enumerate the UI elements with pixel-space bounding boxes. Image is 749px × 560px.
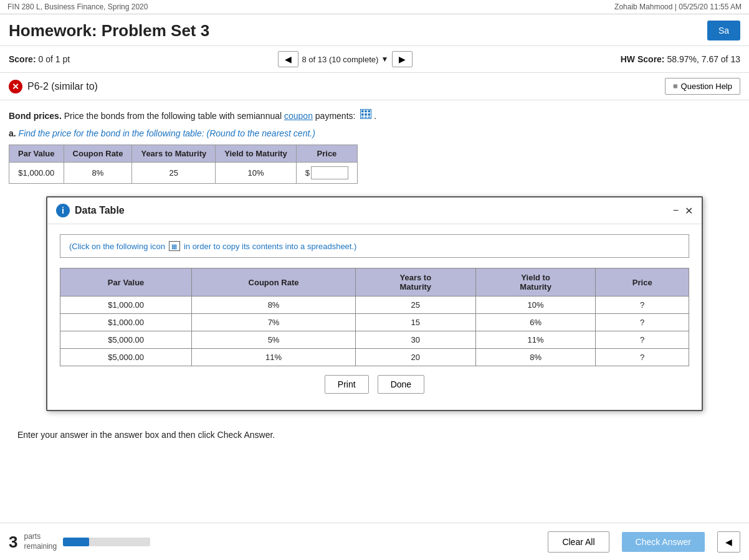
svg-rect-8 (368, 116, 371, 118)
dt-table-row: $1,000.007%156%? (60, 314, 689, 331)
user-info: Zohaib Mahmood | 05/25/20 11:55 AM (614, 2, 742, 11)
main-table-header-price: Price (296, 145, 357, 163)
dt-header-coupon-rate: Coupon Rate (192, 268, 356, 297)
dt-cell-yieldToMaturity: 11% (475, 331, 596, 349)
sub-question: a. Find the price for the bond in the fo… (9, 128, 740, 138)
svg-rect-2 (368, 110, 371, 113)
dt-header-yield: Yield toMaturity (475, 268, 596, 297)
problem-row: ✕ P6-2 (similar to) ≡ Question Help (0, 73, 749, 100)
main-cell-years: 25 (132, 163, 216, 184)
print-button[interactable]: Print (325, 375, 369, 394)
instruction-text: Enter your answer in the answer box and … (9, 424, 740, 446)
dt-cell-yearsToMaturity: 20 (355, 349, 475, 366)
hw-title: Homework: Problem Set 3 (9, 21, 209, 40)
hw-score-section: HW Score: 58.97%, 7.67 of 13 (621, 54, 740, 64)
dt-cell-parValue: $5,000.00 (60, 331, 192, 349)
bond-intro: Bond prices. Price the bonds from the fo… (9, 109, 740, 121)
dt-cell-price: ? (596, 297, 689, 314)
main-cell-price: $ (296, 163, 357, 184)
main-table-header-yield: Yield to Maturity (216, 145, 297, 163)
dt-cell-parValue: $5,000.00 (60, 349, 192, 366)
grid-icon-inline[interactable] (360, 109, 371, 119)
main-table-header-years: Years to Maturity (132, 145, 216, 163)
dt-cell-yearsToMaturity: 15 (355, 314, 475, 331)
done-button[interactable]: Done (378, 375, 424, 394)
dt-cell-price: ? (596, 349, 689, 366)
svg-rect-4 (365, 113, 368, 116)
modal-body: (Click on the following icon ▦ in order … (47, 224, 702, 410)
bond-intro-text2: Price the bonds from the following table… (64, 111, 284, 121)
hw-score-value: 58.97%, 7.67 of 13 (667, 54, 740, 64)
nav-progress-text: 8 of 13 (10 complete) (302, 55, 379, 64)
dt-cell-yearsToMaturity: 30 (355, 331, 475, 349)
dt-cell-price: ? (596, 314, 689, 331)
main-bond-table: Par Value Coupon Rate Years to Maturity … (9, 145, 358, 184)
main-cell-coupon-rate: 8% (64, 163, 132, 184)
price-input[interactable] (311, 166, 348, 179)
problem-id-label: P6-2 (similar to) (27, 81, 98, 92)
sub-question-label: a. (9, 128, 16, 138)
sub-question-text: Find the price for the bond in the follo… (19, 128, 204, 138)
copy-spreadsheet-icon[interactable]: ▦ (169, 241, 180, 251)
coupon-link[interactable]: coupon (284, 111, 313, 121)
score-bold: Score: (9, 54, 36, 64)
dt-cell-yieldToMaturity: 6% (475, 314, 596, 331)
dt-table-row: $1,000.008%2510%? (60, 297, 689, 314)
dt-header-par-value: Par Value (60, 268, 192, 297)
copy-hint-text2: in order to copy its contents into a spr… (184, 242, 357, 251)
sub-question-hint: (Round to the nearest cent.) (207, 128, 315, 138)
course-title: FIN 280 L, Business Finance, Spring 2020 (7, 2, 148, 11)
main-cell-yield: 10% (216, 163, 297, 184)
bond-intro-bold: Bond prices. (9, 111, 62, 121)
dt-cell-yearsToMaturity: 25 (355, 297, 475, 314)
error-icon: ✕ (9, 80, 22, 93)
main-table-header-coupon-rate: Coupon Rate (64, 145, 132, 163)
nav-progress: 8 of 13 (10 complete) ▼ (302, 55, 389, 64)
score-section: Score: 0 of 1 pt (9, 54, 70, 64)
modal-footer: Print Done (60, 366, 689, 397)
dt-cell-parValue: $1,000.00 (60, 297, 192, 314)
modal-close-button[interactable]: ✕ (685, 205, 693, 217)
nav-next-button[interactable]: ▶ (392, 51, 413, 67)
bond-intro-period: . (374, 111, 376, 121)
score-label: Score: 0 of 1 pt (9, 54, 70, 64)
svg-rect-6 (361, 116, 364, 118)
dt-cell-yieldToMaturity: 8% (475, 349, 596, 366)
dollar-sign: $ (305, 168, 310, 178)
main-table-header-par-value: Par Value (9, 145, 64, 163)
nav-controls: ◀ 8 of 13 (10 complete) ▼ ▶ (278, 51, 413, 67)
list-icon: ≡ (673, 82, 678, 91)
svg-rect-5 (368, 113, 371, 116)
content-area: Bond prices. Price the bonds from the fo… (0, 100, 749, 446)
question-help-label: Question Help (681, 82, 732, 91)
dt-table-row: $5,000.0011%208%? (60, 349, 689, 366)
dt-header-years: Years toMaturity (355, 268, 475, 297)
score-nav-row: Score: 0 of 1 pt ◀ 8 of 13 (10 complete)… (0, 46, 749, 73)
bond-intro-text3: payments: (315, 111, 356, 121)
hw-score-label: HW Score: (621, 54, 665, 64)
dt-cell-yieldToMaturity: 10% (475, 297, 596, 314)
modal-minimize-button[interactable]: − (673, 205, 679, 216)
dt-cell-couponRate: 11% (192, 349, 356, 366)
question-help-button[interactable]: ≡ Question Help (665, 78, 740, 95)
save-button[interactable]: Sa (707, 21, 740, 40)
dt-cell-price: ? (596, 331, 689, 349)
modal-title: Data Table (75, 205, 125, 216)
problem-id: ✕ P6-2 (similar to) (9, 80, 98, 93)
dt-cell-couponRate: 7% (192, 314, 356, 331)
svg-rect-3 (361, 113, 364, 116)
dt-cell-couponRate: 5% (192, 331, 356, 349)
svg-rect-0 (361, 110, 364, 113)
svg-rect-1 (365, 110, 368, 113)
top-bar: FIN 280 L, Business Finance, Spring 2020… (0, 0, 749, 14)
modal-header: i Data Table − ✕ (47, 197, 702, 224)
svg-rect-7 (365, 116, 368, 118)
nav-prev-button[interactable]: ◀ (278, 51, 298, 67)
modal-controls: − ✕ (673, 205, 693, 217)
info-icon: i (56, 204, 70, 217)
nav-dropdown-arrow[interactable]: ▼ (381, 55, 388, 64)
hw-header: Homework: Problem Set 3 Sa (0, 14, 749, 46)
modal-title-row: i Data Table (56, 204, 125, 217)
dt-header-price: Price (596, 268, 689, 297)
dt-cell-couponRate: 8% (192, 297, 356, 314)
